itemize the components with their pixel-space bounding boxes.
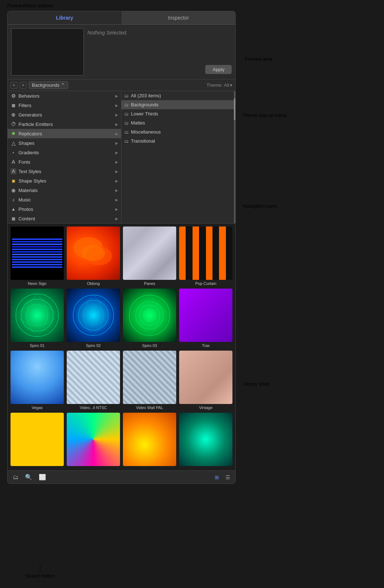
shape-styles-label: Shape Styles — [18, 178, 46, 184]
window-button[interactable]: ⬜ — [37, 473, 48, 481]
apply-button[interactable]: Apply — [205, 65, 232, 74]
thumb-panes-label: Panes — [144, 281, 155, 286]
behaviors-icon: ⚙ — [11, 93, 16, 99]
thumb-oblong[interactable]: Oblong — [67, 226, 120, 286]
nav-item-shape-styles[interactable]: ▣ Shape Styles ▶ — [8, 176, 121, 185]
replicators-chevron: ▶ — [115, 132, 118, 136]
thumb-vintage-label: Vintage — [199, 405, 212, 410]
thumb-vegas[interactable]: Vegas — [11, 351, 64, 410]
thumb-pop-curtain-img — [179, 226, 232, 280]
thumb-spiro03-img — [123, 289, 176, 342]
thumb-vintage[interactable]: Vintage — [179, 351, 232, 410]
svg-point-6 — [73, 295, 114, 336]
gradients-chevron: ▶ — [115, 151, 118, 155]
thumb-video-pal[interactable]: Video Wall PAL — [123, 351, 176, 410]
nav-item-particle-emitters[interactable]: ⏱ Particle Emitters ▶ — [8, 119, 121, 129]
theme-dropdown[interactable]: All ▾ — [224, 82, 232, 88]
thumb-panes-img — [123, 226, 176, 280]
nav-bar: < > Backgrounds ⌃ Theme: All ▾ — [8, 79, 235, 91]
right-nav-all[interactable]: 🗂 All (203 items) — [121, 91, 235, 100]
nav-item-fonts[interactable]: A Fonts ▶ — [8, 157, 121, 167]
thumb-color-swirl-img — [67, 413, 120, 466]
search-button[interactable]: 🔍 — [24, 473, 34, 481]
generators-icon: ⊕ — [11, 112, 16, 118]
right-nav-backgrounds[interactable]: 🗂 Backgrounds — [121, 100, 235, 109]
shape-styles-chevron: ▶ — [115, 179, 118, 183]
thumb-panes[interactable]: Panes — [123, 226, 176, 286]
search-icon: 🔍 — [25, 474, 32, 481]
forward-button[interactable]: > — [20, 82, 26, 89]
thumb-yellow-swirl[interactable] — [123, 413, 176, 467]
content-label: Content — [18, 216, 35, 221]
thumb-trax-label: Trax — [202, 343, 210, 348]
right-nav-mattes[interactable]: 🗂 Mattes — [121, 118, 235, 127]
nav-item-text-styles[interactable]: A Text Styles ▶ — [8, 167, 121, 176]
thumb-yellow-swirl-img — [123, 413, 176, 466]
thumb-trax[interactable]: Trax — [179, 289, 232, 348]
right-nav-transitional[interactable]: 🗂 Transitional — [121, 136, 235, 146]
tab-library[interactable]: Library — [8, 11, 121, 24]
back-button[interactable]: < — [11, 82, 17, 89]
nav-item-photos[interactable]: ▲ Photos ▶ — [8, 204, 121, 214]
filters-chevron: ▶ — [115, 103, 118, 107]
shapes-label: Shapes — [18, 140, 34, 146]
svg-point-2 — [82, 245, 105, 261]
thumb-pop-curtain[interactable]: Pop Curtain — [179, 226, 232, 286]
replicators-label: Replicators — [18, 131, 42, 136]
nav-item-filters[interactable]: ▦ Filters ▶ — [8, 101, 121, 110]
all-label: All (203 items) — [131, 93, 161, 98]
thumb-spiro03[interactable]: Spiro 03 — [123, 289, 176, 348]
breadcrumb-dropdown[interactable]: Backgrounds ⌃ — [29, 81, 68, 89]
nav-item-content[interactable]: ▦ Content ▶ — [8, 214, 121, 223]
tab-inspector[interactable]: Inspector — [121, 11, 235, 24]
thumb-video-ntsc[interactable]: Video...ll NTSC — [67, 351, 120, 410]
mattes-folder-icon: 🗂 — [124, 121, 129, 126]
grid-view-button[interactable]: ⊞ — [213, 474, 220, 481]
gradients-label: Gradients — [18, 150, 39, 155]
thumb-spiro01[interactable]: Spiro 01 — [11, 289, 64, 348]
thumb-spiro01-label: Spiro 01 — [30, 343, 45, 348]
nav-item-generators[interactable]: ⊕ Generators ▶ — [8, 110, 121, 119]
scroll-thumb[interactable] — [234, 98, 235, 120]
nav-item-materials[interactable]: ◉ Materials ▶ — [8, 185, 121, 195]
scrollbar[interactable] — [234, 91, 235, 224]
library-grid: Neon Sign Oblong Panes — [8, 224, 235, 470]
text-styles-icon: A — [11, 168, 16, 174]
window-icon: ⬜ — [39, 474, 46, 481]
fonts-chevron: ▶ — [115, 160, 118, 164]
thumb-neon-sign[interactable]: Neon Sign — [11, 226, 64, 286]
content-chevron: ▶ — [115, 217, 118, 221]
music-chevron: ▶ — [115, 198, 118, 202]
filters-icon: ▦ — [11, 102, 16, 108]
right-nav-miscellaneous[interactable]: 🗂 Miscellaneous — [121, 127, 235, 136]
nothing-selected-label: Nothing Selected. — [87, 30, 232, 36]
main-panel: Library Inspector Nothing Selected. Appl… — [7, 11, 236, 484]
list-view-button[interactable]: ☰ — [224, 474, 232, 481]
thumb-spiro01-img — [11, 289, 64, 342]
right-nav-lower-thirds[interactable]: 🗂 Lower Thirds — [121, 109, 235, 118]
nav-item-shapes[interactable]: △ Shapes ▶ — [8, 138, 121, 148]
thumb-yellow[interactable] — [11, 413, 64, 467]
thumb-teal-swirl-img — [179, 413, 232, 466]
theme-popup-annotation: Theme pop-up menu — [243, 113, 287, 118]
thumb-yellow-img — [11, 413, 64, 466]
nav-item-music[interactable]: ♪ Music ▶ — [8, 195, 121, 204]
thumb-color-swirl[interactable] — [67, 413, 120, 467]
svg-point-10 — [136, 301, 163, 329]
thumb-neon-sign-label: Neon Sign — [28, 281, 46, 286]
nav-item-replicators[interactable]: ❋ Replicators ▶ — [8, 129, 121, 138]
thumb-vegas-img — [11, 351, 64, 404]
nav-pane-wrapper: ⚙ Behaviors ▶ ▦ Filters ▶ ⊕ Generators ▶… — [8, 91, 235, 224]
thumb-spiro03-label: Spiro 03 — [142, 343, 157, 348]
materials-label: Materials — [18, 188, 38, 193]
folder-button[interactable]: 🗂 — [11, 473, 20, 481]
thumb-video-ntsc-img — [67, 351, 120, 404]
shape-styles-icon: ▣ — [11, 178, 16, 184]
tab-bar: Library Inspector — [8, 11, 235, 25]
thumb-spiro02[interactable]: Spiro 02 — [67, 289, 120, 348]
music-label: Music — [18, 197, 31, 203]
nav-item-gradients[interactable]: ▪ Gradients ▶ — [8, 148, 121, 157]
thumb-teal-swirl[interactable] — [179, 413, 232, 467]
nav-item-behaviors[interactable]: ⚙ Behaviors ▶ — [8, 91, 121, 101]
materials-chevron: ▶ — [115, 188, 118, 192]
